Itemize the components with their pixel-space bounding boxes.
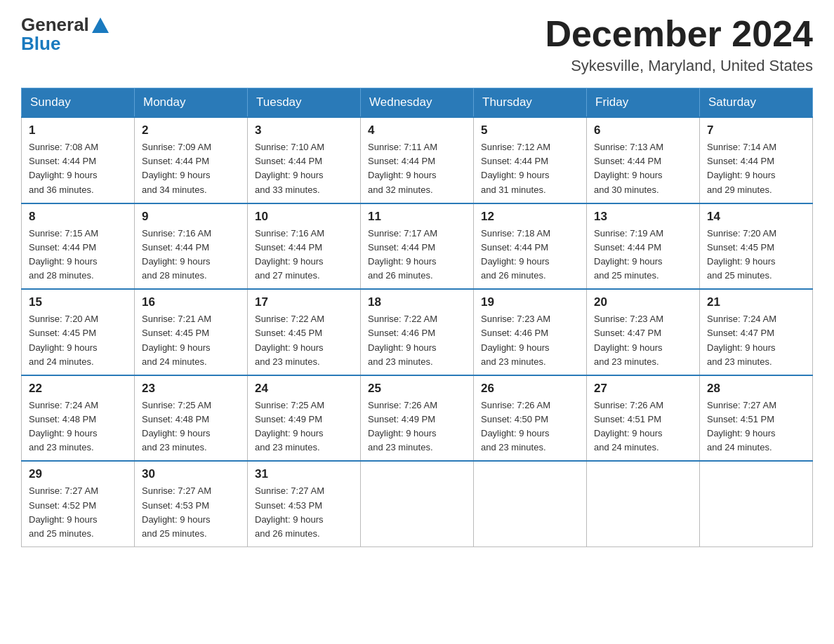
day-number: 14	[707, 210, 805, 224]
day-number: 26	[481, 382, 579, 396]
day-number: 11	[368, 210, 466, 224]
svg-marker-0	[92, 18, 109, 33]
location-title: Sykesville, Maryland, United States	[545, 57, 813, 75]
day-info: Sunrise: 7:25 AMSunset: 4:49 PMDaylight:…	[255, 398, 353, 455]
logo: General Blue	[21, 14, 110, 55]
day-info: Sunrise: 7:08 AMSunset: 4:44 PMDaylight:…	[29, 140, 127, 197]
week-row-4: 22Sunrise: 7:24 AMSunset: 4:48 PMDayligh…	[22, 375, 813, 462]
day-cell-19: 19Sunrise: 7:23 AMSunset: 4:46 PMDayligh…	[474, 289, 587, 375]
day-info: Sunrise: 7:25 AMSunset: 4:48 PMDaylight:…	[142, 398, 240, 455]
day-info: Sunrise: 7:13 AMSunset: 4:44 PMDaylight:…	[594, 140, 692, 197]
day-info: Sunrise: 7:22 AMSunset: 4:45 PMDaylight:…	[255, 312, 353, 369]
day-cell-12: 12Sunrise: 7:18 AMSunset: 4:44 PMDayligh…	[474, 203, 587, 290]
day-number: 27	[594, 382, 692, 396]
empty-cell	[587, 461, 700, 546]
header: General Blue December 2024 Sykesville, M…	[21, 14, 813, 75]
day-number: 17	[255, 295, 353, 309]
day-cell-16: 16Sunrise: 7:21 AMSunset: 4:45 PMDayligh…	[135, 289, 248, 375]
day-cell-7: 7Sunrise: 7:14 AMSunset: 4:44 PMDaylight…	[700, 117, 813, 203]
day-info: Sunrise: 7:11 AMSunset: 4:44 PMDaylight:…	[368, 140, 466, 197]
day-info: Sunrise: 7:24 AMSunset: 4:47 PMDaylight:…	[707, 312, 805, 369]
day-info: Sunrise: 7:26 AMSunset: 4:49 PMDaylight:…	[368, 398, 466, 455]
day-info: Sunrise: 7:19 AMSunset: 4:44 PMDaylight:…	[594, 227, 692, 283]
day-number: 18	[368, 295, 466, 309]
weekday-header-friday: Friday	[587, 88, 700, 118]
day-info: Sunrise: 7:14 AMSunset: 4:44 PMDaylight:…	[707, 140, 805, 197]
day-number: 3	[255, 123, 353, 137]
day-cell-1: 1Sunrise: 7:08 AMSunset: 4:44 PMDaylight…	[22, 117, 135, 203]
day-info: Sunrise: 7:15 AMSunset: 4:44 PMDaylight:…	[29, 227, 127, 283]
day-cell-26: 26Sunrise: 7:26 AMSunset: 4:50 PMDayligh…	[474, 375, 587, 462]
day-number: 29	[29, 467, 127, 481]
day-cell-4: 4Sunrise: 7:11 AMSunset: 4:44 PMDaylight…	[361, 117, 474, 203]
day-info: Sunrise: 7:21 AMSunset: 4:45 PMDaylight:…	[142, 312, 240, 369]
day-info: Sunrise: 7:24 AMSunset: 4:48 PMDaylight:…	[29, 398, 127, 455]
day-cell-2: 2Sunrise: 7:09 AMSunset: 4:44 PMDaylight…	[135, 117, 248, 203]
day-cell-25: 25Sunrise: 7:26 AMSunset: 4:49 PMDayligh…	[361, 375, 474, 462]
day-cell-20: 20Sunrise: 7:23 AMSunset: 4:47 PMDayligh…	[587, 289, 700, 375]
day-info: Sunrise: 7:27 AMSunset: 4:51 PMDaylight:…	[707, 398, 805, 455]
day-cell-14: 14Sunrise: 7:20 AMSunset: 4:45 PMDayligh…	[700, 203, 813, 290]
day-cell-8: 8Sunrise: 7:15 AMSunset: 4:44 PMDaylight…	[22, 203, 135, 290]
day-number: 1	[29, 123, 127, 137]
week-row-1: 1Sunrise: 7:08 AMSunset: 4:44 PMDaylight…	[22, 117, 813, 203]
day-cell-21: 21Sunrise: 7:24 AMSunset: 4:47 PMDayligh…	[700, 289, 813, 375]
day-cell-13: 13Sunrise: 7:19 AMSunset: 4:44 PMDayligh…	[587, 203, 700, 290]
day-number: 22	[29, 382, 127, 396]
day-info: Sunrise: 7:27 AMSunset: 4:53 PMDaylight:…	[142, 484, 240, 541]
day-cell-3: 3Sunrise: 7:10 AMSunset: 4:44 PMDaylight…	[248, 117, 361, 203]
day-number: 25	[368, 382, 466, 396]
day-number: 13	[594, 210, 692, 224]
calendar-table: SundayMondayTuesdayWednesdayThursdayFrid…	[21, 88, 813, 547]
day-number: 6	[594, 123, 692, 137]
day-cell-15: 15Sunrise: 7:20 AMSunset: 4:45 PMDayligh…	[22, 289, 135, 375]
day-cell-29: 29Sunrise: 7:27 AMSunset: 4:52 PMDayligh…	[22, 461, 135, 546]
day-cell-9: 9Sunrise: 7:16 AMSunset: 4:44 PMDaylight…	[135, 203, 248, 290]
day-number: 30	[142, 467, 240, 481]
empty-cell	[700, 461, 813, 546]
day-cell-27: 27Sunrise: 7:26 AMSunset: 4:51 PMDayligh…	[587, 375, 700, 462]
day-number: 23	[142, 382, 240, 396]
week-row-5: 29Sunrise: 7:27 AMSunset: 4:52 PMDayligh…	[22, 461, 813, 546]
day-number: 2	[142, 123, 240, 137]
day-info: Sunrise: 7:23 AMSunset: 4:47 PMDaylight:…	[594, 312, 692, 369]
day-cell-5: 5Sunrise: 7:12 AMSunset: 4:44 PMDaylight…	[474, 117, 587, 203]
day-info: Sunrise: 7:09 AMSunset: 4:44 PMDaylight:…	[142, 140, 240, 197]
weekday-header-sunday: Sunday	[22, 88, 135, 118]
day-cell-22: 22Sunrise: 7:24 AMSunset: 4:48 PMDayligh…	[22, 375, 135, 462]
day-info: Sunrise: 7:16 AMSunset: 4:44 PMDaylight:…	[255, 227, 353, 283]
day-number: 15	[29, 295, 127, 309]
weekday-header-saturday: Saturday	[700, 88, 813, 118]
logo-blue: Blue	[21, 33, 60, 55]
day-number: 28	[707, 382, 805, 396]
weekday-header-row: SundayMondayTuesdayWednesdayThursdayFrid…	[22, 88, 813, 118]
day-number: 12	[481, 210, 579, 224]
weekday-header-tuesday: Tuesday	[248, 88, 361, 118]
day-number: 5	[481, 123, 579, 137]
day-info: Sunrise: 7:26 AMSunset: 4:51 PMDaylight:…	[594, 398, 692, 455]
day-cell-11: 11Sunrise: 7:17 AMSunset: 4:44 PMDayligh…	[361, 203, 474, 290]
day-info: Sunrise: 7:20 AMSunset: 4:45 PMDaylight:…	[29, 312, 127, 369]
day-cell-31: 31Sunrise: 7:27 AMSunset: 4:53 PMDayligh…	[248, 461, 361, 546]
day-info: Sunrise: 7:22 AMSunset: 4:46 PMDaylight:…	[368, 312, 466, 369]
logo-triangle-icon	[91, 16, 110, 36]
weekday-header-monday: Monday	[135, 88, 248, 118]
day-number: 24	[255, 382, 353, 396]
day-info: Sunrise: 7:27 AMSunset: 4:52 PMDaylight:…	[29, 484, 127, 541]
day-number: 8	[29, 210, 127, 224]
week-row-2: 8Sunrise: 7:15 AMSunset: 4:44 PMDaylight…	[22, 203, 813, 290]
day-cell-28: 28Sunrise: 7:27 AMSunset: 4:51 PMDayligh…	[700, 375, 813, 462]
empty-cell	[474, 461, 587, 546]
day-info: Sunrise: 7:12 AMSunset: 4:44 PMDaylight:…	[481, 140, 579, 197]
day-cell-17: 17Sunrise: 7:22 AMSunset: 4:45 PMDayligh…	[248, 289, 361, 375]
day-info: Sunrise: 7:23 AMSunset: 4:46 PMDaylight:…	[481, 312, 579, 369]
day-number: 31	[255, 467, 353, 481]
week-row-3: 15Sunrise: 7:20 AMSunset: 4:45 PMDayligh…	[22, 289, 813, 375]
day-cell-6: 6Sunrise: 7:13 AMSunset: 4:44 PMDaylight…	[587, 117, 700, 203]
day-info: Sunrise: 7:16 AMSunset: 4:44 PMDaylight:…	[142, 227, 240, 283]
day-cell-18: 18Sunrise: 7:22 AMSunset: 4:46 PMDayligh…	[361, 289, 474, 375]
day-info: Sunrise: 7:17 AMSunset: 4:44 PMDaylight:…	[368, 227, 466, 283]
day-number: 20	[594, 295, 692, 309]
month-title: December 2024	[545, 14, 813, 54]
day-info: Sunrise: 7:26 AMSunset: 4:50 PMDaylight:…	[481, 398, 579, 455]
